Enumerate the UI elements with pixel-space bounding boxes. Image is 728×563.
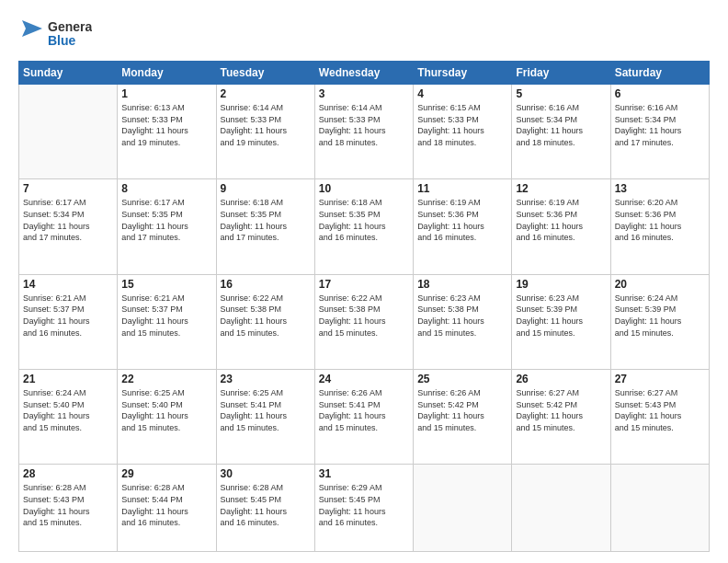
calendar-cell [19, 85, 118, 179]
calendar-cell [610, 465, 709, 552]
day-number: 29 [121, 467, 211, 480]
day-number: 17 [319, 278, 409, 291]
day-number: 4 [417, 87, 507, 100]
day-number: 25 [417, 373, 507, 385]
calendar-cell: 10Sunrise: 6:18 AMSunset: 5:35 PMDayligh… [314, 179, 413, 274]
day-info: Sunrise: 6:20 AMSunset: 5:36 PMDaylight:… [615, 197, 705, 243]
calendar-cell: 9Sunrise: 6:18 AMSunset: 5:35 PMDaylight… [216, 179, 314, 274]
calendar-cell: 4Sunrise: 6:15 AMSunset: 5:33 PMDaylight… [414, 85, 512, 179]
logo-svg: GeneralBlue [18, 15, 92, 52]
day-number: 24 [319, 373, 409, 385]
day-number: 23 [221, 373, 311, 385]
calendar-cell: 29Sunrise: 6:28 AMSunset: 5:44 PMDayligh… [118, 465, 216, 552]
day-number: 26 [516, 373, 606, 385]
calendar-cell: 6Sunrise: 6:16 AMSunset: 5:34 PMDaylight… [610, 85, 709, 179]
day-number: 6 [615, 87, 705, 100]
day-info: Sunrise: 6:27 AMSunset: 5:43 PMDaylight:… [615, 387, 705, 433]
calendar-cell: 28Sunrise: 6:28 AMSunset: 5:43 PMDayligh… [19, 465, 118, 552]
day-info: Sunrise: 6:29 AMSunset: 5:45 PMDaylight:… [319, 482, 409, 528]
page: GeneralBlue SundayMondayTuesdayWednesday… [0, 0, 728, 563]
day-info: Sunrise: 6:18 AMSunset: 5:35 PMDaylight:… [221, 197, 311, 243]
day-number: 18 [417, 278, 507, 291]
calendar-cell: 12Sunrise: 6:19 AMSunset: 5:36 PMDayligh… [512, 179, 610, 274]
calendar-cell: 30Sunrise: 6:28 AMSunset: 5:45 PMDayligh… [216, 465, 314, 552]
day-number: 8 [121, 182, 211, 195]
day-info: Sunrise: 6:25 AMSunset: 5:40 PMDaylight:… [121, 387, 211, 433]
day-info: Sunrise: 6:13 AMSunset: 5:33 PMDaylight:… [121, 102, 211, 148]
calendar-week-row: 21Sunrise: 6:24 AMSunset: 5:40 PMDayligh… [19, 370, 710, 465]
calendar-cell: 7Sunrise: 6:17 AMSunset: 5:34 PMDaylight… [19, 179, 118, 274]
day-info: Sunrise: 6:28 AMSunset: 5:43 PMDaylight:… [23, 482, 113, 528]
day-info: Sunrise: 6:18 AMSunset: 5:35 PMDaylight:… [319, 197, 409, 243]
calendar-cell [414, 465, 512, 552]
day-info: Sunrise: 6:14 AMSunset: 5:33 PMDaylight:… [221, 102, 311, 148]
day-number: 1 [121, 87, 211, 100]
calendar-cell: 26Sunrise: 6:27 AMSunset: 5:42 PMDayligh… [512, 370, 610, 465]
calendar-cell: 19Sunrise: 6:23 AMSunset: 5:39 PMDayligh… [512, 274, 610, 369]
day-info: Sunrise: 6:16 AMSunset: 5:34 PMDaylight:… [615, 102, 705, 148]
day-info: Sunrise: 6:15 AMSunset: 5:33 PMDaylight:… [417, 102, 507, 148]
day-info: Sunrise: 6:24 AMSunset: 5:40 PMDaylight:… [23, 387, 113, 433]
day-info: Sunrise: 6:23 AMSunset: 5:38 PMDaylight:… [417, 293, 507, 339]
day-info: Sunrise: 6:28 AMSunset: 5:45 PMDaylight:… [221, 482, 311, 528]
day-info: Sunrise: 6:19 AMSunset: 5:36 PMDaylight:… [417, 197, 507, 243]
weekday-header-saturday: Saturday [610, 62, 709, 85]
day-info: Sunrise: 6:25 AMSunset: 5:41 PMDaylight:… [221, 387, 311, 433]
day-info: Sunrise: 6:23 AMSunset: 5:39 PMDaylight:… [516, 293, 606, 339]
calendar-cell: 15Sunrise: 6:21 AMSunset: 5:37 PMDayligh… [118, 274, 216, 369]
weekday-header-thursday: Thursday [414, 62, 512, 85]
svg-text:Blue: Blue [48, 33, 76, 48]
day-info: Sunrise: 6:22 AMSunset: 5:38 PMDaylight:… [319, 293, 409, 339]
calendar-week-row: 28Sunrise: 6:28 AMSunset: 5:43 PMDayligh… [19, 465, 710, 552]
day-info: Sunrise: 6:24 AMSunset: 5:39 PMDaylight:… [615, 293, 705, 339]
calendar-week-row: 7Sunrise: 6:17 AMSunset: 5:34 PMDaylight… [19, 179, 710, 274]
calendar-cell: 17Sunrise: 6:22 AMSunset: 5:38 PMDayligh… [314, 274, 413, 369]
calendar-cell: 23Sunrise: 6:25 AMSunset: 5:41 PMDayligh… [216, 370, 314, 465]
day-number: 20 [615, 278, 705, 291]
calendar-cell: 27Sunrise: 6:27 AMSunset: 5:43 PMDayligh… [610, 370, 709, 465]
weekday-header-tuesday: Tuesday [216, 62, 314, 85]
header: GeneralBlue [18, 15, 710, 52]
calendar-cell: 3Sunrise: 6:14 AMSunset: 5:33 PMDaylight… [314, 85, 413, 179]
day-info: Sunrise: 6:22 AMSunset: 5:38 PMDaylight:… [221, 293, 311, 339]
day-number: 21 [23, 373, 113, 385]
calendar-cell: 14Sunrise: 6:21 AMSunset: 5:37 PMDayligh… [19, 274, 118, 369]
day-number: 11 [417, 182, 507, 195]
calendar-cell: 16Sunrise: 6:22 AMSunset: 5:38 PMDayligh… [216, 274, 314, 369]
day-number: 15 [121, 278, 211, 291]
svg-marker-0 [22, 20, 42, 37]
day-number: 19 [516, 278, 606, 291]
day-number: 5 [516, 87, 606, 100]
day-number: 13 [615, 182, 705, 195]
calendar-cell: 8Sunrise: 6:17 AMSunset: 5:35 PMDaylight… [118, 179, 216, 274]
day-number: 12 [516, 182, 606, 195]
calendar-body: 1Sunrise: 6:13 AMSunset: 5:33 PMDaylight… [19, 85, 710, 552]
calendar-cell: 21Sunrise: 6:24 AMSunset: 5:40 PMDayligh… [19, 370, 118, 465]
day-number: 9 [221, 182, 311, 195]
logo: GeneralBlue [18, 15, 92, 52]
day-info: Sunrise: 6:21 AMSunset: 5:37 PMDaylight:… [23, 293, 113, 339]
calendar-cell: 2Sunrise: 6:14 AMSunset: 5:33 PMDaylight… [216, 85, 314, 179]
calendar-cell [512, 465, 610, 552]
day-info: Sunrise: 6:21 AMSunset: 5:37 PMDaylight:… [121, 293, 211, 339]
day-number: 3 [319, 87, 409, 100]
day-info: Sunrise: 6:26 AMSunset: 5:42 PMDaylight:… [417, 387, 507, 433]
day-number: 16 [221, 278, 311, 291]
calendar-cell: 1Sunrise: 6:13 AMSunset: 5:33 PMDaylight… [118, 85, 216, 179]
day-number: 22 [121, 373, 211, 385]
calendar-week-row: 14Sunrise: 6:21 AMSunset: 5:37 PMDayligh… [19, 274, 710, 369]
calendar-cell: 11Sunrise: 6:19 AMSunset: 5:36 PMDayligh… [414, 179, 512, 274]
day-info: Sunrise: 6:17 AMSunset: 5:34 PMDaylight:… [23, 197, 113, 243]
calendar-cell: 13Sunrise: 6:20 AMSunset: 5:36 PMDayligh… [610, 179, 709, 274]
day-info: Sunrise: 6:26 AMSunset: 5:41 PMDaylight:… [319, 387, 409, 433]
weekday-header-sunday: Sunday [19, 62, 118, 85]
day-number: 14 [23, 278, 113, 291]
day-info: Sunrise: 6:17 AMSunset: 5:35 PMDaylight:… [121, 197, 211, 243]
day-number: 30 [221, 467, 311, 480]
weekday-header-row: SundayMondayTuesdayWednesdayThursdayFrid… [19, 62, 710, 85]
day-info: Sunrise: 6:28 AMSunset: 5:44 PMDaylight:… [121, 482, 211, 528]
day-info: Sunrise: 6:14 AMSunset: 5:33 PMDaylight:… [319, 102, 409, 148]
weekday-header-wednesday: Wednesday [314, 62, 413, 85]
day-number: 27 [615, 373, 705, 385]
calendar-cell: 18Sunrise: 6:23 AMSunset: 5:38 PMDayligh… [414, 274, 512, 369]
